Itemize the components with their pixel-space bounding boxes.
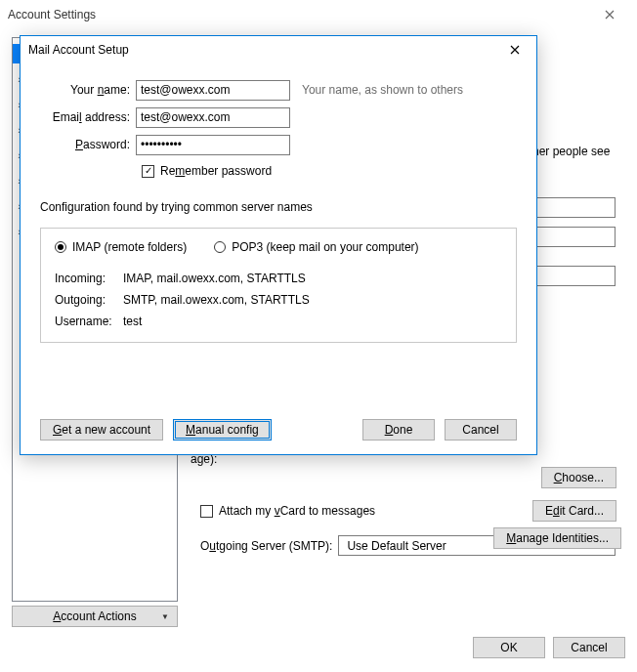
close-icon[interactable] [590, 0, 629, 29]
password-row: Password: [40, 132, 517, 157]
account-actions-button[interactable]: Account Actions ▼ [12, 606, 178, 627]
account-settings-title: Account Settings [8, 0, 96, 29]
account-settings-titlebar: Account Settings [0, 0, 637, 29]
name-label: Your name: [40, 83, 136, 97]
protocol-box: IMAP (remote folders) POP3 (keep mail on… [40, 228, 517, 343]
email-row: Email address: [40, 105, 517, 130]
mail-setup-title: Mail Account Setup [28, 43, 129, 57]
attach-vcard-row: Attach my vCard to messages [200, 504, 375, 518]
ok-button[interactable]: OK [473, 637, 545, 658]
mail-setup-titlebar: Mail Account Setup [21, 36, 536, 63]
imap-radio-label: IMAP (remote folders) [72, 240, 187, 254]
manual-config-button[interactable]: Manual config [173, 419, 272, 441]
close-icon[interactable] [495, 37, 534, 63]
attach-vcard-label: Attach my vCard to messages [219, 504, 375, 518]
mail-account-setup-dialog: Mail Account Setup Your name: Your name,… [20, 35, 537, 455]
password-input[interactable] [136, 135, 290, 155]
incoming-row: Incoming: IMAP, mail.owexx.com, STARTTLS [55, 268, 502, 289]
pop3-radio[interactable]: POP3 (keep mail on your computer) [214, 240, 418, 254]
done-button[interactable]: Done [362, 419, 435, 441]
chevron-down-icon: ▼ [161, 612, 169, 621]
username-key: Username: [55, 315, 123, 328]
config-found-message: Configuration found by trying common ser… [40, 200, 517, 214]
cancel-button[interactable]: Cancel [445, 419, 517, 441]
name-row: Your name: Your name, as shown to others [40, 77, 517, 103]
choose-button[interactable]: Choose... [541, 467, 616, 488]
attach-vcard-checkbox[interactable] [200, 505, 213, 518]
mail-setup-buttons: Get a new account Manual config Done Can… [40, 419, 517, 441]
incoming-key: Incoming: [55, 272, 123, 285]
remember-password-checkbox[interactable]: ✓ [142, 165, 154, 178]
account-actions-label: Account Actions [53, 609, 136, 623]
cancel-button[interactable]: Cancel [553, 637, 625, 658]
password-label: Password: [40, 138, 136, 151]
username-value: test [123, 315, 142, 328]
outgoing-row: Outgoing: SMTP, mail.owexx.com, STARTTLS [55, 289, 502, 311]
get-new-account-button[interactable]: Get a new account [40, 419, 163, 441]
outgoing-server-label: Outgoing Server (SMTP): [200, 539, 332, 553]
outgoing-value: SMTP, mail.owexx.com, STARTTLS [123, 293, 310, 307]
name-input[interactable] [136, 80, 290, 101]
imap-radio[interactable]: IMAP (remote folders) [55, 240, 187, 254]
pop3-radio-label: POP3 (keep mail on your computer) [232, 240, 418, 254]
manage-identities-button[interactable]: Manage Identities... [493, 527, 621, 549]
username-row: Username: test [55, 311, 502, 332]
incoming-value: IMAP, mail.owexx.com, STARTTLS [123, 272, 306, 285]
outgoing-key: Outgoing: [55, 293, 123, 307]
email-label: Email address: [40, 110, 136, 124]
remember-password-label: Remember password [160, 164, 272, 178]
email-input[interactable] [136, 107, 290, 128]
account-settings-footer: OK Cancel [473, 637, 625, 658]
protocol-radios: IMAP (remote folders) POP3 (keep mail on… [55, 240, 502, 254]
other-people-see-hint: her people see [532, 145, 620, 158]
edit-card-button[interactable]: Edit Card... [532, 500, 616, 522]
mail-setup-body: Your name: Your name, as shown to others… [21, 63, 536, 454]
name-hint: Your name, as shown to others [302, 83, 463, 97]
remember-password-row: ✓ Remember password [142, 159, 517, 183]
